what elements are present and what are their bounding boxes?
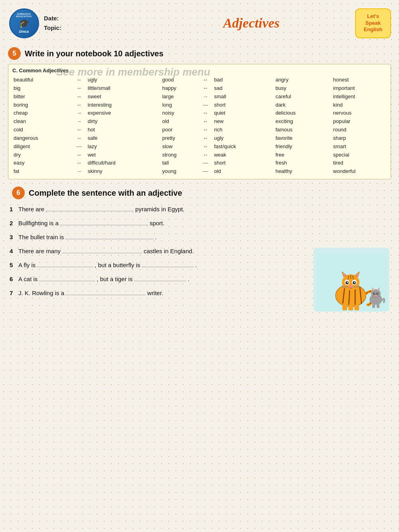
adj-arrow1: ↔: [71, 159, 86, 167]
ex4-text-before: There are many: [18, 248, 61, 254]
adj-col4: quiet: [213, 109, 266, 117]
adj-col5: famous: [274, 126, 324, 134]
ex5-text-middle: , but a butterfly is: [95, 262, 140, 268]
adj-col3: happy: [161, 84, 198, 93]
adj-arrow1: ↔: [71, 151, 86, 159]
ex7-text-after: writer.: [147, 290, 163, 296]
badge-line3: English: [364, 26, 383, 33]
adj-col2: skinny: [87, 167, 153, 176]
adj-col1: beautiful: [12, 76, 71, 84]
adj-col5: free: [274, 151, 324, 159]
ex5-num: 5: [10, 262, 16, 268]
adj-col4: small: [213, 93, 266, 101]
adjectives-table-section: See more in membership menu C. Common Ad…: [8, 64, 391, 179]
adj-arrow1: ↔: [71, 126, 86, 134]
adj-arrow1: —: [71, 143, 86, 151]
ex2-text-after: sport.: [150, 220, 165, 226]
adj-col4: fast/quick: [213, 143, 266, 151]
topic-label: Topic:: [44, 23, 148, 33]
adj-col3: poor: [161, 126, 198, 134]
adj-col2: expensive: [87, 109, 153, 117]
ex5-blank2[interactable]: [142, 267, 194, 267]
ex3-blank[interactable]: [65, 239, 153, 239]
ex4-blank[interactable]: [62, 253, 142, 253]
adj-col6: honest: [332, 76, 387, 84]
adj-col5: angry: [274, 76, 324, 84]
exercise-row-3: 3 The bullet train is .: [10, 234, 389, 240]
section5-header: 5 Write in your notebook 10 adjectives: [8, 47, 395, 60]
adj-col2: wet: [87, 151, 153, 159]
adj-col2: safe: [87, 134, 153, 143]
logo-school-name: GIMNASIO EDUCATIVO: [10, 13, 38, 18]
exercise-row-5: 5 A fly is , but a butterfly is .: [10, 262, 310, 268]
ex6-blank2[interactable]: [134, 281, 186, 281]
adj-arrow2: ↔: [198, 134, 213, 143]
logo-icon: 🎓: [19, 18, 30, 29]
ex3-text-after: .: [155, 234, 156, 240]
ex3-num: 3: [10, 234, 16, 240]
page-title: Adjectives: [148, 16, 355, 31]
ex7-num: 7: [10, 290, 16, 296]
ex1-text-after: pyramids in Egypt.: [135, 206, 184, 212]
adj-col3: old: [161, 117, 198, 126]
table-row: dry ↔ wet strong ↔ weak free special: [12, 151, 387, 159]
exercise-row-2: 2 Bullfighting is a sport.: [10, 220, 389, 226]
adj-col4: old: [213, 167, 266, 176]
adj-col1: easy: [12, 159, 71, 167]
svg-point-39: [375, 295, 377, 297]
adj-arrow2: ↔: [198, 117, 213, 126]
date-label: Date:: [44, 14, 148, 23]
exercise-body: 1 There are pyramids in Egypt. 2 Bullfig…: [8, 203, 391, 314]
svg-point-18: [349, 285, 352, 288]
ex6-blank1[interactable]: [39, 281, 95, 281]
exercise-rows-with-image: 4 There are many castles in England. 5 A…: [10, 248, 389, 312]
adj-col6: round: [332, 126, 387, 134]
table-row: fat → skinny young — old healthy wonderf…: [12, 167, 387, 176]
ex1-blank[interactable]: [46, 211, 134, 211]
ex2-blank[interactable]: [60, 225, 148, 225]
ex5-text-after: .: [196, 262, 197, 268]
adj-arrow2: ↔: [198, 76, 213, 84]
adj-col6: wonderful: [332, 167, 387, 176]
table-row: beautiful ↔ ugly good ↔ bad angry honest: [12, 76, 387, 84]
adj-col4: short: [213, 101, 266, 109]
adj-col4: new: [213, 117, 266, 126]
ex6-text-middle: , but a tiger is: [97, 276, 132, 282]
ex4-num: 4: [10, 248, 16, 254]
adj-col5: dark: [274, 101, 324, 109]
tiger-image: [314, 248, 389, 312]
adj-col6: special: [332, 151, 387, 159]
ex1-num: 1: [10, 206, 16, 212]
adj-col2: little/small: [87, 84, 153, 93]
page-header: GIMNASIO EDUCATIVO 🎓 Dinca Date: Topic: …: [4, 4, 395, 41]
ex4-text-after: castles in England.: [144, 248, 194, 254]
adj-arrow1: ↔: [71, 76, 86, 84]
page-title-block: Adjectives: [148, 16, 355, 31]
table-row: boring ↔ interesting long — short dark k…: [12, 101, 387, 109]
badge-line1: Let's: [367, 13, 379, 20]
tiger-cat-illustration: [317, 254, 387, 312]
school-logo: GIMNASIO EDUCATIVO 🎓 Dinca: [8, 7, 40, 39]
adj-col3: young: [161, 167, 198, 176]
svg-point-35: [373, 292, 375, 295]
adj-col6: tired: [332, 159, 387, 167]
adj-col6: smart: [332, 143, 387, 151]
adj-col1: boring: [12, 101, 71, 109]
exercise-row-7: 7 J. K. Rowling is a writer.: [10, 290, 310, 296]
adj-col1: cold: [12, 126, 71, 134]
adj-arrow1: →: [71, 109, 86, 117]
ex5-blank1[interactable]: [37, 267, 93, 267]
ex7-blank[interactable]: [66, 295, 146, 295]
adj-col1: cheap: [12, 109, 71, 117]
adj-col5: busy: [274, 84, 324, 93]
badge-line2: Speak: [365, 20, 381, 27]
adj-col2: difficult/hard: [87, 159, 153, 167]
ex2-text-before: Bullfighting is a: [18, 220, 59, 226]
svg-rect-44: [372, 304, 375, 308]
svg-point-16: [347, 282, 348, 283]
section6: 6 Complete the sentence with an adjectiv…: [8, 187, 391, 314]
adj-arrow2: ↔: [198, 143, 213, 151]
adj-arrow1: →: [71, 167, 86, 176]
adj-col1: dry: [12, 151, 71, 159]
svg-rect-26: [342, 305, 347, 310]
